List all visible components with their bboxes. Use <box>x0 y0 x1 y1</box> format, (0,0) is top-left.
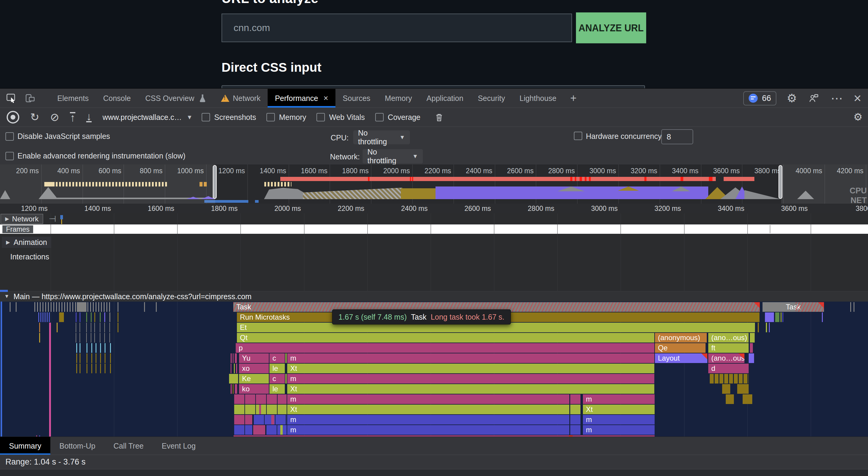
flame-bar[interactable] <box>91 363 92 373</box>
flame-bar[interactable] <box>100 323 100 332</box>
tab-application[interactable]: Application <box>419 89 470 107</box>
flame-bar[interactable] <box>57 323 58 332</box>
flame-bar[interactable] <box>118 312 119 322</box>
flame-bar[interactable] <box>236 363 237 373</box>
main-thread-track-header[interactable]: ▼ Main — https://www.projectwallace.com/… <box>0 291 868 302</box>
flame-bar[interactable] <box>743 394 752 404</box>
flame-bar[interactable]: d <box>708 363 749 373</box>
tab-lighthouse[interactable]: Lighthouse <box>513 89 564 107</box>
flame-bar[interactable] <box>94 312 95 322</box>
flame-bar[interactable] <box>230 363 231 373</box>
tab-security[interactable]: Security <box>470 89 512 107</box>
flame-bar[interactable] <box>234 425 252 435</box>
flame-bar[interactable] <box>91 312 92 322</box>
flame-bar[interactable] <box>230 353 232 363</box>
flame-bar[interactable]: m <box>287 415 569 424</box>
close-devtools-icon[interactable]: × <box>854 91 861 106</box>
network-track-header[interactable]: ▶ Network <box>1 214 43 224</box>
flame-bar[interactable] <box>91 333 91 343</box>
device-toolbar-icon[interactable] <box>24 92 37 105</box>
flame-bar[interactable] <box>104 343 105 353</box>
css-input-textarea[interactable] <box>221 85 645 88</box>
flame-bar[interactable] <box>782 312 783 322</box>
flame-bar[interactable] <box>266 425 287 435</box>
flame-bar[interactable] <box>233 353 234 363</box>
flame-bar[interactable] <box>96 343 96 353</box>
flame-bar[interactable] <box>234 394 287 404</box>
flame-bar[interactable] <box>235 384 237 394</box>
frames-track[interactable]: Frames <box>0 224 868 234</box>
flame-bar[interactable] <box>737 384 749 394</box>
flame-bar[interactable] <box>765 312 774 322</box>
flame-bar[interactable]: m <box>287 353 654 363</box>
flame-bar[interactable] <box>59 312 64 322</box>
clear-recording-icon[interactable]: ⊘ <box>50 111 59 124</box>
flame-bar[interactable] <box>34 302 76 312</box>
flame-bar[interactable] <box>104 323 105 332</box>
selection-handle-right[interactable] <box>778 165 782 199</box>
scroll-indicator[interactable] <box>0 290 8 292</box>
flame-bar[interactable] <box>726 394 734 404</box>
more-options-icon[interactable]: ⋯ <box>831 91 843 105</box>
flame-bar[interactable] <box>110 323 110 332</box>
flame-bar[interactable] <box>118 323 119 332</box>
reload-and-record-icon[interactable]: ↻ <box>30 111 39 124</box>
flame-bar[interactable] <box>709 374 749 383</box>
flame-bar[interactable] <box>229 374 238 383</box>
flame-bar[interactable] <box>775 312 779 322</box>
flame-bar[interactable] <box>91 323 91 332</box>
bottom-tab-call-tree[interactable]: Call Tree <box>104 437 153 455</box>
flame-bar[interactable] <box>750 333 755 343</box>
close-tab-icon[interactable]: × <box>323 94 328 103</box>
flame-bar[interactable] <box>76 323 76 332</box>
flame-bar[interactable] <box>766 323 767 332</box>
flame-bar[interactable] <box>91 343 92 353</box>
inspect-element-icon[interactable] <box>5 92 18 105</box>
flame-bar[interactable] <box>570 394 581 404</box>
flame-bar[interactable] <box>94 323 95 332</box>
flame-bar[interactable]: m <box>287 425 569 435</box>
network-throttle-select[interactable]: No throttling ▼ <box>363 149 423 164</box>
tab-performance[interactable]: Performance× <box>268 89 336 107</box>
flame-bar[interactable] <box>110 363 111 373</box>
flame-bar[interactable]: m <box>287 394 569 404</box>
flame-bar[interactable]: le <box>270 384 285 394</box>
toolbar-checkbox-screenshots[interactable]: Screenshots <box>202 113 256 122</box>
settings-gear-icon[interactable]: ⚙ <box>786 92 797 105</box>
flame-bar[interactable] <box>781 312 781 322</box>
flame-bar[interactable] <box>235 353 237 363</box>
checkbox[interactable] <box>202 113 210 121</box>
flame-bar[interactable] <box>86 312 87 322</box>
flame-bar[interactable]: Yu <box>239 353 269 363</box>
flame-bar[interactable] <box>750 343 753 353</box>
flame-bar[interactable] <box>80 353 81 363</box>
cpu-throttle-select[interactable]: No throttling ▼ <box>353 130 410 144</box>
flame-bar[interactable]: ft <box>708 343 749 353</box>
flame-bar[interactable]: c <box>270 353 285 363</box>
record-icon[interactable] <box>7 111 19 124</box>
main-thread-flame-chart[interactable]: TaskTaskRun MicrotasksEtQt(anonymous)(an… <box>0 302 868 437</box>
flame-bar[interactable]: m <box>583 415 655 424</box>
selection-handle-left[interactable] <box>213 165 217 199</box>
url-input-field[interactable]: cnn.com <box>221 13 572 42</box>
checkbox[interactable] <box>316 113 325 121</box>
flame-bar[interactable] <box>87 343 87 353</box>
flame-bar[interactable] <box>722 384 730 394</box>
flame-bar[interactable]: m <box>583 425 655 435</box>
flame-bar[interactable] <box>100 343 101 353</box>
flame-bar[interactable] <box>100 353 101 363</box>
trash-icon[interactable] <box>433 110 446 124</box>
flame-bar[interactable] <box>96 363 96 373</box>
history-select[interactable]: www.projectwallace.c… ▼ <box>102 113 192 122</box>
flame-bar[interactable] <box>80 323 80 332</box>
flame-bar[interactable] <box>271 415 274 424</box>
flame-bar[interactable] <box>230 384 232 394</box>
flame-bar[interactable] <box>80 312 81 322</box>
flame-bar[interactable] <box>100 333 100 343</box>
flame-bar[interactable]: Xt <box>287 363 654 373</box>
disable-js-samples-checkbox[interactable] <box>5 132 14 141</box>
flame-bar[interactable] <box>285 374 287 383</box>
flame-bar[interactable]: c <box>270 374 285 383</box>
flame-bar[interactable] <box>156 302 157 312</box>
flame-bar[interactable] <box>80 333 80 343</box>
